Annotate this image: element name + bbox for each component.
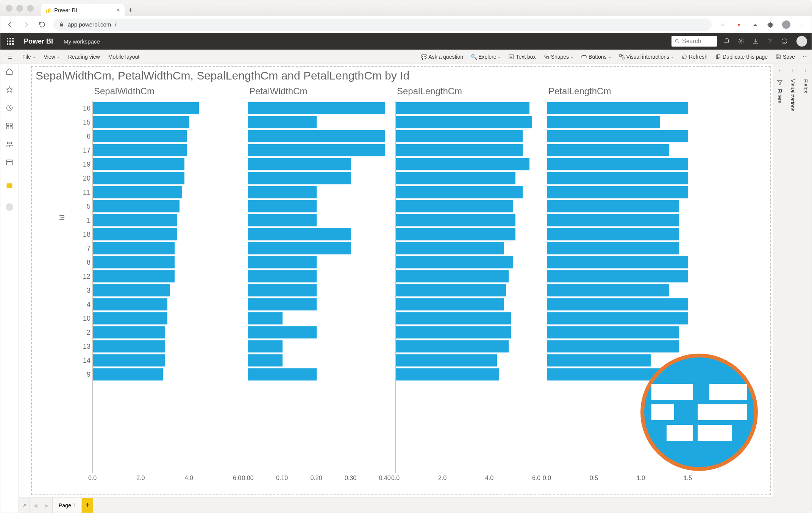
- bar-row[interactable]: [248, 186, 395, 199]
- bar-row[interactable]: [396, 340, 547, 353]
- bar-row[interactable]: [547, 144, 698, 157]
- bar[interactable]: [93, 130, 187, 142]
- bar-row[interactable]: 14: [93, 354, 248, 367]
- bar-row[interactable]: [396, 158, 547, 171]
- more-button[interactable]: ⋯: [803, 54, 808, 60]
- bar-row[interactable]: [248, 312, 395, 325]
- bar[interactable]: [547, 158, 688, 170]
- prev-page-button[interactable]: ◀: [30, 498, 41, 513]
- notifications-icon[interactable]: [722, 37, 731, 46]
- bar-row[interactable]: [248, 368, 395, 381]
- bar-row[interactable]: [547, 102, 698, 115]
- traffic-lights[interactable]: [6, 5, 34, 12]
- bar[interactable]: [93, 214, 177, 226]
- bar[interactable]: [93, 144, 187, 156]
- bar-row[interactable]: [547, 340, 698, 353]
- bar-row[interactable]: [396, 186, 547, 199]
- bar-row[interactable]: [396, 130, 547, 143]
- reload-button[interactable]: [37, 20, 47, 29]
- bar[interactable]: [248, 326, 317, 338]
- bar-row[interactable]: [396, 200, 547, 213]
- file-menu[interactable]: File ⌄: [22, 54, 36, 60]
- bar[interactable]: [396, 340, 509, 352]
- bar[interactable]: [396, 158, 529, 170]
- bar[interactable]: [547, 130, 688, 142]
- bar[interactable]: [248, 312, 283, 324]
- chrome-menu-icon[interactable]: ⋮: [797, 20, 806, 29]
- bar-row[interactable]: [547, 284, 698, 297]
- bar-row[interactable]: [396, 116, 547, 129]
- bar[interactable]: [248, 256, 317, 268]
- bar-row[interactable]: 10: [93, 312, 248, 325]
- bar-row[interactable]: [248, 144, 395, 157]
- bar[interactable]: [93, 228, 177, 240]
- bar-row[interactable]: [248, 284, 395, 297]
- bar[interactable]: [396, 172, 515, 184]
- home-icon[interactable]: [5, 67, 14, 76]
- bar[interactable]: [93, 312, 167, 324]
- bar-row[interactable]: [547, 242, 698, 255]
- bar-row[interactable]: [396, 228, 547, 241]
- bar[interactable]: [248, 340, 283, 352]
- bar[interactable]: [93, 270, 175, 282]
- bar[interactable]: [547, 326, 679, 338]
- bar[interactable]: [248, 116, 317, 128]
- bar-row[interactable]: [396, 354, 547, 367]
- help-icon[interactable]: ?: [765, 37, 775, 46]
- bar-row[interactable]: [248, 200, 395, 213]
- bar[interactable]: [396, 102, 529, 114]
- bar-row[interactable]: [547, 186, 698, 199]
- bar[interactable]: [93, 340, 165, 352]
- search-input[interactable]: Search: [671, 36, 717, 47]
- bar-row[interactable]: [547, 298, 698, 311]
- bar[interactable]: [93, 326, 165, 338]
- bar-row[interactable]: [547, 228, 698, 241]
- bar[interactable]: [547, 228, 679, 240]
- bar[interactable]: [396, 256, 513, 268]
- bar-row[interactable]: [248, 340, 395, 353]
- bar-row[interactable]: [248, 214, 395, 227]
- colored-dot-icon[interactable]: ●: [734, 20, 743, 29]
- bar-row[interactable]: 3: [93, 284, 248, 297]
- chrome-profile-avatar[interactable]: [782, 20, 790, 29]
- workspaces-icon[interactable]: [5, 158, 14, 167]
- bar[interactable]: [396, 270, 509, 282]
- app-launcher-icon[interactable]: [5, 36, 16, 47]
- bar[interactable]: [547, 116, 660, 128]
- refresh-button[interactable]: Refresh: [681, 54, 707, 60]
- duplicate-page-button[interactable]: Duplicate this page: [715, 54, 768, 60]
- bar[interactable]: [93, 368, 163, 380]
- bar[interactable]: [547, 144, 669, 156]
- cloud-icon[interactable]: ☁: [750, 20, 759, 29]
- bar[interactable]: [547, 200, 679, 212]
- page-tab-1[interactable]: Page 1: [53, 498, 82, 513]
- bar-row[interactable]: 5: [93, 200, 248, 213]
- traffic-light-minimize[interactable]: [16, 5, 23, 12]
- bar[interactable]: [547, 186, 688, 198]
- bar[interactable]: [547, 284, 669, 296]
- download-icon[interactable]: [751, 37, 760, 46]
- bar[interactable]: [93, 200, 180, 212]
- close-tab-icon[interactable]: ×: [117, 7, 120, 14]
- bar[interactable]: [93, 256, 175, 268]
- visual-interactions-button[interactable]: Visual interactions ⌄: [619, 54, 674, 60]
- bar-row[interactable]: [396, 242, 547, 255]
- bar-row[interactable]: 9: [93, 368, 248, 381]
- filters-pane[interactable]: ‹ Filters: [773, 64, 786, 513]
- bar[interactable]: [248, 284, 317, 296]
- bar-row[interactable]: [396, 312, 547, 325]
- bar-row[interactable]: [396, 144, 547, 157]
- favorites-icon[interactable]: [5, 85, 14, 94]
- bar-row[interactable]: 13: [93, 340, 248, 353]
- popout-icon[interactable]: ↗: [19, 498, 30, 513]
- new-tab-button[interactable]: +: [128, 6, 133, 15]
- bar-row[interactable]: [547, 214, 698, 227]
- bar-row[interactable]: [396, 270, 547, 283]
- bar[interactable]: [248, 172, 351, 184]
- bar[interactable]: [396, 354, 497, 366]
- shapes-button[interactable]: Shapes ⌄: [543, 54, 573, 60]
- bar-row[interactable]: [396, 256, 547, 269]
- bar-row[interactable]: [547, 326, 698, 339]
- extensions-icon[interactable]: [766, 20, 775, 29]
- hamburger-icon[interactable]: ☰: [4, 54, 16, 60]
